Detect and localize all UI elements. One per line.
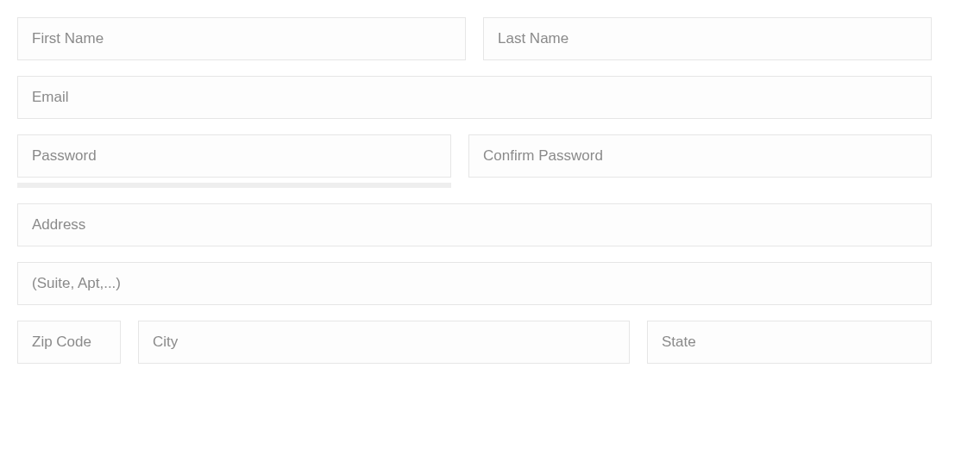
password-column (17, 134, 451, 188)
address-field[interactable] (17, 203, 932, 246)
password-strength-bar (17, 183, 451, 188)
confirm-password-field[interactable] (468, 134, 932, 178)
zip-field[interactable] (17, 321, 121, 364)
first-name-field[interactable] (17, 17, 466, 60)
location-row (17, 321, 932, 364)
email-row (17, 76, 932, 119)
password-field[interactable] (17, 134, 451, 178)
address2-field[interactable] (17, 262, 932, 305)
state-field[interactable] (647, 321, 932, 364)
registration-form (17, 17, 932, 364)
address-row (17, 203, 932, 246)
password-row (17, 134, 932, 188)
address2-row (17, 262, 932, 305)
email-field[interactable] (17, 76, 932, 119)
last-name-field[interactable] (483, 17, 932, 60)
city-field[interactable] (138, 321, 630, 364)
name-row (17, 17, 932, 60)
